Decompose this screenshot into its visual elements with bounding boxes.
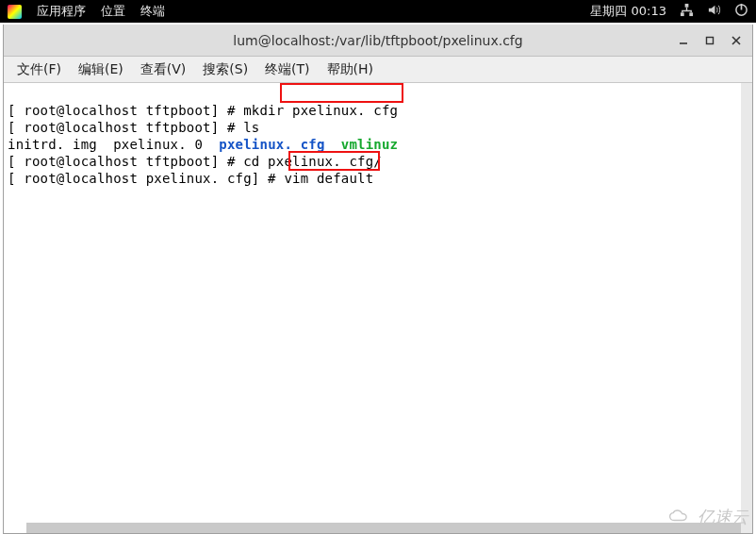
highlight-box bbox=[280, 83, 403, 103]
prompt: [ root@localhost tftpboot] # bbox=[8, 154, 243, 169]
cmd-text: vim default bbox=[284, 171, 373, 186]
menu-terminal[interactable]: 终端(T) bbox=[261, 59, 313, 80]
prompt: [ root@localhost pxelinux. cfg] # bbox=[8, 171, 284, 186]
svg-rect-1 bbox=[681, 12, 684, 16]
exec-name: vmlinuz bbox=[341, 137, 398, 152]
panel-applications[interactable]: 应用程序 bbox=[37, 3, 86, 20]
activities-icon[interactable] bbox=[8, 5, 22, 19]
menu-help[interactable]: 帮助(H) bbox=[323, 59, 377, 80]
dir-name: pxelinux. cfg bbox=[219, 137, 324, 152]
menubar: 文件(F) 编辑(E) 查看(V) 搜索(S) 终端(T) 帮助(H) bbox=[4, 57, 752, 83]
close-button[interactable] bbox=[724, 28, 748, 53]
maximize-button[interactable] bbox=[698, 28, 722, 53]
terminal-window: lum@localhost:/var/lib/tftpboot/pxelinux… bbox=[3, 25, 753, 534]
cmd-text: mkdir pxelinux. cfg bbox=[243, 103, 398, 118]
prompt: [ root@localhost tftpboot] # bbox=[8, 120, 243, 135]
horizontal-scrollbar[interactable] bbox=[26, 523, 741, 533]
prompt: [ root@localhost tftpboot] # bbox=[8, 103, 243, 118]
svg-rect-0 bbox=[685, 4, 689, 8]
ls-output: initrd. img pxelinux. 0 bbox=[8, 137, 219, 152]
panel-terminal[interactable]: 终端 bbox=[140, 3, 165, 20]
menu-search[interactable]: 搜索(S) bbox=[199, 59, 252, 80]
menu-view[interactable]: 查看(V) bbox=[137, 59, 190, 80]
top-panel: 应用程序 位置 终端 星期四 00:13 bbox=[0, 0, 756, 23]
power-icon[interactable] bbox=[734, 3, 748, 20]
panel-places[interactable]: 位置 bbox=[101, 3, 125, 20]
volume-icon[interactable] bbox=[707, 3, 721, 20]
terminal-viewport[interactable]: [ root@localhost tftpboot] # mkdir pxeli… bbox=[4, 83, 752, 533]
minimize-button[interactable] bbox=[671, 28, 696, 53]
panel-clock[interactable]: 星期四 00:13 bbox=[590, 3, 666, 20]
menu-edit[interactable]: 编辑(E) bbox=[74, 59, 127, 80]
cmd-text: cd pxelinux. cfg/ bbox=[243, 154, 382, 169]
svg-rect-2 bbox=[689, 12, 693, 16]
network-icon[interactable] bbox=[680, 3, 694, 20]
window-title: lum@localhost:/var/lib/tftpboot/pxelinux… bbox=[233, 33, 522, 48]
titlebar[interactable]: lum@localhost:/var/lib/tftpboot/pxelinux… bbox=[4, 25, 752, 57]
vertical-scrollbar[interactable] bbox=[741, 83, 752, 533]
cmd-text: ls bbox=[243, 120, 259, 135]
desktop: lum@localhost:/var/lib/tftpboot/pxelinux… bbox=[0, 23, 756, 534]
menu-file[interactable]: 文件(F) bbox=[13, 59, 65, 80]
svg-rect-6 bbox=[707, 37, 714, 43]
